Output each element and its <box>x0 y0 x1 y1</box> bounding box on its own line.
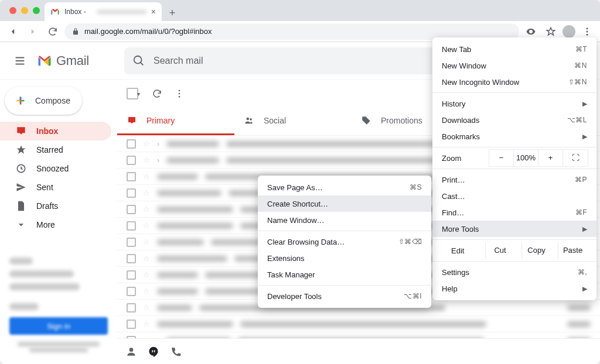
menu-downloads[interactable]: Downloads⌥⌘L <box>432 112 596 128</box>
menu-cut[interactable]: Cut <box>485 242 514 259</box>
gmail-logo[interactable]: Gmail <box>36 53 89 69</box>
more-actions-icon[interactable] <box>174 88 185 99</box>
star-icon[interactable]: ☆ <box>143 205 150 214</box>
menu-more-tools[interactable]: More Tools▶ <box>432 221 596 237</box>
close-window-button[interactable] <box>9 7 16 14</box>
star-icon[interactable]: ☆ <box>143 172 150 181</box>
tab-social[interactable]: Social <box>234 108 352 135</box>
menu-copy[interactable]: Copy <box>521 242 551 259</box>
submenu-save-page[interactable]: Save Page As…⌘S <box>258 179 431 195</box>
menu-history[interactable]: History▶ <box>432 95 596 112</box>
star-icon[interactable]: ☆ <box>143 238 150 246</box>
submenu-create-shortcut[interactable]: Create Shortcut… <box>258 195 431 212</box>
sidebar-item-snoozed[interactable]: Snoozed <box>0 159 111 178</box>
reload-button[interactable] <box>45 23 61 40</box>
star-icon[interactable]: ☆ <box>143 270 150 279</box>
drafts-icon <box>15 200 27 212</box>
menu-find[interactable]: Find…⌘F <box>432 204 596 221</box>
sidebar-item-drafts[interactable]: Drafts <box>0 197 111 215</box>
select-all-checkbox[interactable] <box>127 88 138 99</box>
gmail-favicon <box>50 7 60 16</box>
star-icon[interactable]: ☆ <box>143 287 150 296</box>
tab-primary[interactable]: Primary <box>117 108 234 135</box>
svg-point-3 <box>134 56 142 63</box>
content-footer <box>117 338 600 364</box>
tab-label: Social <box>264 116 286 125</box>
row-checkbox[interactable] <box>127 221 136 231</box>
minimize-window-button[interactable] <box>21 7 28 14</box>
zoom-out-button[interactable]: − <box>489 150 514 166</box>
row-checkbox[interactable] <box>127 156 136 165</box>
star-icon[interactable]: ☆ <box>143 188 150 197</box>
star-icon[interactable]: ☆ <box>143 254 150 263</box>
people-icon <box>244 115 254 126</box>
back-button[interactable] <box>5 23 21 40</box>
svg-point-1 <box>587 30 588 32</box>
menu-new-incognito[interactable]: New Incognito Window⇧⌘N <box>432 74 596 90</box>
row-checkbox[interactable] <box>127 287 136 296</box>
search-placeholder: Search mail <box>154 56 203 66</box>
main-menu-icon[interactable] <box>9 50 30 71</box>
phone-icon[interactable] <box>170 346 182 358</box>
svg-point-9 <box>250 118 252 121</box>
menu-cast[interactable]: Cast… <box>432 188 596 204</box>
menu-new-tab[interactable]: New Tab⌘T <box>432 41 596 57</box>
profile-avatar[interactable] <box>562 25 575 38</box>
row-checkbox[interactable] <box>127 270 136 280</box>
menu-print[interactable]: Print…⌘P <box>432 171 596 188</box>
sidebar-item-sent[interactable]: Sent <box>0 178 111 197</box>
sidebar-cta-button[interactable]: Sign in <box>9 317 108 335</box>
new-tab-button[interactable]: + <box>164 5 180 21</box>
submenu-name-window[interactable]: Name Window… <box>258 212 431 228</box>
menu-settings[interactable]: Settings⌘, <box>432 264 596 280</box>
fullscreen-icon[interactable]: ⛶ <box>563 150 588 166</box>
chevron-right-icon: ▶ <box>582 100 587 108</box>
search-icon <box>132 54 145 67</box>
lock-icon <box>71 28 80 36</box>
menu-paste[interactable]: Paste <box>558 242 587 259</box>
tab-close-icon[interactable]: × <box>151 7 156 16</box>
menu-zoom: Zoom − 100% + ⛶ <box>432 150 596 166</box>
sidebar-item-starred[interactable]: Starred <box>0 140 111 159</box>
row-checkbox[interactable] <box>127 172 136 181</box>
row-checkbox[interactable] <box>127 254 136 263</box>
inbox-icon <box>127 115 137 126</box>
row-checkbox[interactable] <box>127 303 136 313</box>
chevron-right-icon: ▶ <box>582 225 587 233</box>
star-icon[interactable]: ☆ <box>143 320 150 328</box>
star-icon <box>15 144 27 156</box>
star-icon[interactable]: ☆ <box>143 303 150 312</box>
compose-button[interactable]: Compose <box>5 87 82 115</box>
maximize-window-button[interactable] <box>33 7 40 14</box>
row-checkbox[interactable] <box>127 188 136 198</box>
hangouts-icon[interactable] <box>148 346 159 358</box>
row-checkbox[interactable] <box>127 320 136 329</box>
star-icon[interactable]: ☆ <box>143 139 150 148</box>
url-text: mail.google.com/mail/u/0/?ogbl#inbox <box>84 27 212 36</box>
star-icon[interactable]: ☆ <box>143 156 150 164</box>
submenu-clear-browsing[interactable]: Clear Browsing Data…⇧⌘⌫ <box>258 233 431 250</box>
refresh-icon[interactable] <box>152 88 162 99</box>
sidebar-label: Snoozed <box>36 164 69 173</box>
select-all-dropdown-icon[interactable]: ▾ <box>137 91 140 97</box>
person-icon[interactable] <box>125 346 137 358</box>
browser-tab[interactable]: Inbox - xxxxxxxxxxxxxx × <box>45 2 162 21</box>
submenu-task-manager[interactable]: Task Manager <box>258 266 431 283</box>
submenu-extensions[interactable]: Extensions <box>258 250 431 266</box>
row-checkbox[interactable] <box>127 238 136 247</box>
menu-new-window[interactable]: New Window⌘N <box>432 57 596 74</box>
zoom-in-button[interactable]: + <box>538 150 563 166</box>
svg-point-5 <box>179 90 180 91</box>
sidebar-item-inbox[interactable]: Inbox <box>0 122 111 140</box>
forward-button[interactable] <box>25 23 41 40</box>
mail-row[interactable]: ☆› <box>117 332 600 338</box>
menu-bookmarks[interactable]: Bookmarks▶ <box>432 128 596 145</box>
row-checkbox[interactable] <box>127 139 136 149</box>
clock-icon <box>15 163 27 174</box>
sidebar-item-more[interactable]: More <box>0 215 111 234</box>
star-icon[interactable]: ☆ <box>143 221 150 230</box>
menu-help[interactable]: Help▶ <box>432 280 596 297</box>
row-checkbox[interactable] <box>127 205 136 214</box>
submenu-developer-tools[interactable]: Developer Tools⌥⌘I <box>258 288 431 304</box>
mail-row[interactable]: ☆ <box>117 316 600 332</box>
